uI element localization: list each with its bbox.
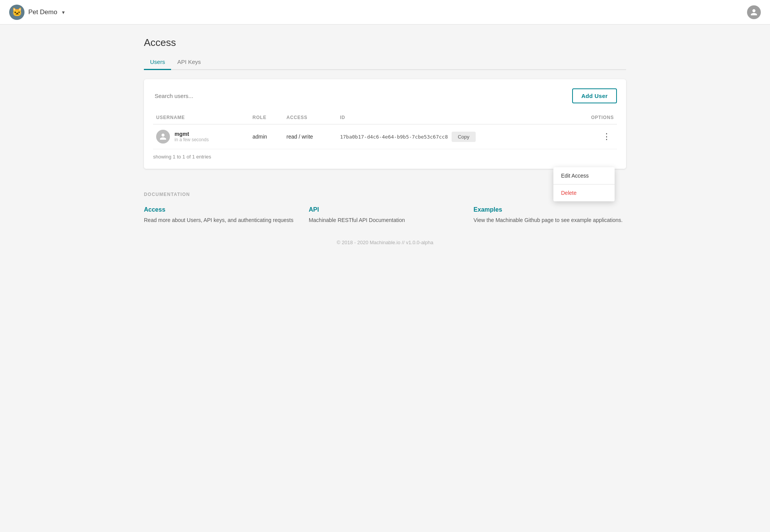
table-row: mgmt in a few seconds admin read / write… xyxy=(153,124,617,149)
user-menu-button[interactable] xyxy=(747,5,761,19)
col-id: ID xyxy=(337,111,569,124)
user-time: in a few seconds xyxy=(175,137,209,142)
col-access: ACCESS xyxy=(284,111,337,124)
id-cell: 17ba0b17-d4c6-4e64-b9b5-7cbe53c67cc8 Cop… xyxy=(337,124,569,149)
user-id: 17ba0b17-d4c6-4e64-b9b5-7cbe53c67cc8 xyxy=(340,134,448,140)
documentation-grid: Access Read more about Users, API keys, … xyxy=(144,206,626,224)
table-header: USERNAME ROLE ACCESS ID OPTIONS xyxy=(153,111,617,124)
footer: © 2018 - 2020 Machinable.io // v1.0.0-al… xyxy=(144,224,626,255)
doc-item-api: API Machinable RESTful API Documentation xyxy=(309,206,462,224)
app-header: 🐱 Pet Demo ▾ xyxy=(0,0,770,24)
col-role: ROLE xyxy=(250,111,284,124)
access-cell: read / write xyxy=(284,124,337,149)
app-avatar[interactable]: 🐱 xyxy=(9,5,24,20)
user-cell: mgmt in a few seconds xyxy=(153,124,250,149)
dropdown-menu: Edit Access Delete xyxy=(553,167,615,201)
username: mgmt xyxy=(175,131,209,137)
search-row: Add User xyxy=(153,88,617,103)
doc-item-access: Access Read more about Users, API keys, … xyxy=(144,206,297,224)
users-table: USERNAME ROLE ACCESS ID OPTIONS xyxy=(153,111,617,149)
tab-users[interactable]: Users xyxy=(144,55,171,70)
tabs-bar: Users API Keys xyxy=(144,55,626,70)
app-name: Pet Demo xyxy=(28,8,57,16)
users-card: Add User USERNAME ROLE ACCESS ID OPTIONS xyxy=(144,79,626,169)
options-menu-button[interactable]: ⋮ xyxy=(599,131,614,142)
chevron-down-icon[interactable]: ▾ xyxy=(62,9,65,15)
person-icon xyxy=(750,8,758,16)
search-input[interactable] xyxy=(153,90,572,102)
add-user-button[interactable]: Add User xyxy=(572,88,617,103)
user-info: mgmt in a few seconds xyxy=(175,131,209,142)
page-title: Access xyxy=(144,37,626,49)
copy-button[interactable]: Copy xyxy=(452,132,475,142)
delete-item[interactable]: Delete xyxy=(553,184,615,201)
doc-link-api[interactable]: API xyxy=(309,206,462,213)
doc-desc-api: Machinable RESTful API Documentation xyxy=(309,216,462,224)
footer-text: © 2018 - 2020 Machinable.io // v1.0.0-al… xyxy=(337,240,433,245)
edit-access-item[interactable]: Edit Access xyxy=(553,167,615,184)
doc-link-examples[interactable]: Examples xyxy=(473,206,626,213)
avatar xyxy=(156,130,170,144)
doc-desc-access: Read more about Users, API keys, and aut… xyxy=(144,216,297,224)
tab-api-keys[interactable]: API Keys xyxy=(171,55,207,70)
header-left: 🐱 Pet Demo ▾ xyxy=(9,5,65,20)
doc-item-examples: Examples View the Machinable Github page… xyxy=(473,206,626,224)
col-options: OPTIONS xyxy=(569,111,617,124)
user-avatar-icon xyxy=(159,133,167,140)
main-content: Access Users API Keys Add User USERNAME … xyxy=(129,24,641,267)
role-cell: admin xyxy=(250,124,284,149)
options-cell: ⋮ xyxy=(569,124,617,149)
cat-icon: 🐱 xyxy=(12,7,22,17)
doc-desc-examples: View the Machinable Github page to see e… xyxy=(473,216,626,224)
doc-link-access[interactable]: Access xyxy=(144,206,297,213)
table-body: mgmt in a few seconds admin read / write… xyxy=(153,124,617,149)
showing-text: showing 1 to 1 of 1 entries xyxy=(153,149,617,160)
col-username: USERNAME xyxy=(153,111,250,124)
